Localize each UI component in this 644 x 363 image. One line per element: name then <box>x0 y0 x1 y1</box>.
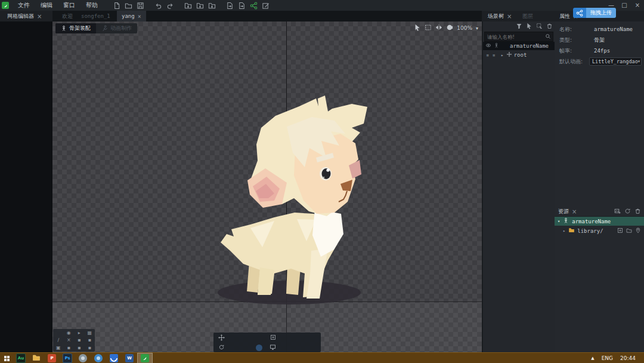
import-folder-icon-3[interactable] <box>207 1 216 10</box>
cross-toggle-icon[interactable]: × <box>67 337 71 343</box>
trash-icon[interactable] <box>546 23 553 30</box>
export-doc-icon-2[interactable] <box>237 1 246 10</box>
menu-file[interactable]: 文件 <box>13 0 35 11</box>
taskbar-app-dragonbones[interactable] <box>137 353 153 363</box>
edit-square-icon[interactable] <box>261 1 270 10</box>
drag-upload-badge[interactable]: 拖拽上传 <box>573 8 616 18</box>
pivot-dot[interactable] <box>256 344 262 351</box>
import-folder-icon-2[interactable] <box>195 1 205 10</box>
tab-layers[interactable]: 图层 <box>518 11 538 21</box>
taskbar-app-explorer[interactable] <box>29 353 44 363</box>
undo-icon[interactable] <box>153 1 163 10</box>
tab-songfen-1[interactable]: songfen_1 <box>76 11 115 21</box>
marquee-icon[interactable] <box>425 24 432 32</box>
image-toggle-icon[interactable]: ▣ <box>56 345 61 350</box>
new-file-icon[interactable] <box>112 1 121 10</box>
pin-icon[interactable] <box>635 227 641 235</box>
tab-welcome[interactable]: 欢迎 <box>57 11 78 21</box>
close-tab-icon[interactable]: × <box>37 13 42 20</box>
add-box-icon[interactable] <box>617 227 623 235</box>
tab-mesh-editor[interactable]: 网格编辑器 × <box>2 11 47 21</box>
toggle-cell[interactable]: ▪ <box>78 337 80 343</box>
eye-toggle-icon[interactable]: ◉ <box>67 330 71 336</box>
toolbar-import-group <box>183 1 216 10</box>
toggle-cell[interactable]: ▪ <box>88 345 91 350</box>
prop-label: 帧率: <box>555 47 594 55</box>
pencil-toggle-icon[interactable]: ∕ <box>57 337 59 343</box>
scale-icon[interactable] <box>270 334 276 342</box>
pointer-icon[interactable] <box>526 23 532 30</box>
collapse-arrow-icon[interactable]: ▾ <box>558 219 560 224</box>
menu-edit[interactable]: 编辑 <box>35 0 58 11</box>
refresh-icon[interactable] <box>624 208 631 216</box>
prop-framerate-field: 帧率: 24fps <box>555 47 644 55</box>
taskbar-app-browser-gray[interactable] <box>75 353 91 363</box>
box-select-icon[interactable] <box>536 23 543 30</box>
prop-value: 24fps <box>594 48 610 54</box>
prop-label: 默认动画: <box>555 58 594 66</box>
clock[interactable]: 20:44 <box>620 355 636 361</box>
dragonbones-icon <box>141 354 149 362</box>
menu-help[interactable]: 帮助 <box>80 0 103 11</box>
folder-icon[interactable] <box>626 227 632 235</box>
animation-production-button[interactable]: 动画制作 <box>96 23 137 33</box>
default-animation-dropdown[interactable]: LittleY_rangdao ▾ <box>589 57 642 66</box>
armature-assembly-button[interactable]: 骨架装配 <box>55 23 96 33</box>
close-tab-icon[interactable]: × <box>138 13 141 20</box>
onion-icon[interactable] <box>446 24 453 32</box>
toggle-cell[interactable]: ▪ <box>67 345 70 350</box>
lamb-character[interactable] <box>197 91 382 309</box>
toggle-cell[interactable]: ▪ <box>88 337 91 343</box>
toggle-cell[interactable]: ▪ <box>78 345 80 350</box>
zoom-level[interactable]: 100% <box>457 25 472 31</box>
redo-icon[interactable] <box>165 1 175 10</box>
menu-window[interactable]: 窗口 <box>58 0 80 11</box>
tree-row-root[interactable]: ▪ ▪ ▸ root <box>483 51 555 59</box>
taskbar-app-photoshop[interactable]: Ps <box>60 353 75 363</box>
zoom-caret-icon[interactable]: ▾ <box>476 26 478 31</box>
filter-icon[interactable] <box>516 23 522 30</box>
viewport-canvas[interactable]: 骨架装配 动画制作 100% ▾ ◉ ▸ ▦ ∕ × ▪ ▪ ▣ <box>52 21 482 352</box>
taskbar-app-dingtalk[interactable] <box>106 353 122 363</box>
close-button[interactable]: × <box>631 0 644 11</box>
taskbar-app-word[interactable]: W <box>122 353 137 363</box>
search-input[interactable] <box>485 34 545 40</box>
tray-expand-icon[interactable]: ▲ <box>591 356 594 361</box>
move-icon[interactable] <box>218 334 225 342</box>
maximize-button[interactable]: □ <box>618 0 631 11</box>
import-folder-icon[interactable] <box>183 1 193 10</box>
close-panel-icon[interactable]: × <box>572 208 577 215</box>
browser-gray-icon <box>79 354 87 362</box>
tab-yang[interactable]: yang × <box>117 11 146 21</box>
close-tab-icon[interactable]: × <box>507 13 512 20</box>
expand-arrow-icon[interactable]: ▸ <box>501 53 504 58</box>
scene-tree-toolbar <box>516 23 553 30</box>
taskbar-app-audition[interactable]: Au <box>13 353 29 363</box>
tab-scene-tree[interactable]: 场景树 × <box>483 11 516 21</box>
tree-row-armature[interactable]: armatureName <box>483 42 555 50</box>
eye-icon[interactable] <box>485 42 491 50</box>
start-button[interactable] <box>0 353 13 363</box>
tab-label: 场景树 <box>488 13 504 20</box>
resource-row-library[interactable]: ▸ library/ <box>555 226 644 235</box>
trash-icon[interactable] <box>634 208 641 216</box>
cursor-icon[interactable] <box>414 24 421 32</box>
expand-arrow-icon[interactable]: ▸ <box>563 229 565 233</box>
drag-upload-label[interactable]: 拖拽上传 <box>586 8 616 18</box>
image-add-icon[interactable] <box>614 208 621 216</box>
flip-icon[interactable] <box>435 24 442 32</box>
grid-toggle-icon[interactable]: ▦ <box>87 330 92 336</box>
open-folder-icon[interactable] <box>123 1 133 10</box>
save-icon[interactable] <box>135 1 145 10</box>
taskbar-app-powerpoint[interactable]: P <box>44 353 60 363</box>
language-indicator[interactable]: ENG <box>602 355 613 361</box>
export-doc-icon[interactable] <box>225 1 234 10</box>
monitor-icon[interactable] <box>270 344 276 352</box>
windows-logo-icon <box>4 356 10 361</box>
cursor-toggle-icon[interactable]: ▸ <box>78 330 80 336</box>
share-icon[interactable] <box>249 1 258 10</box>
rotate-icon[interactable] <box>218 344 225 352</box>
resource-row-armature[interactable]: ▾ armatureName <box>555 217 644 226</box>
taskbar-app-browser-blue[interactable] <box>91 353 106 363</box>
search-icon[interactable] <box>545 33 551 41</box>
